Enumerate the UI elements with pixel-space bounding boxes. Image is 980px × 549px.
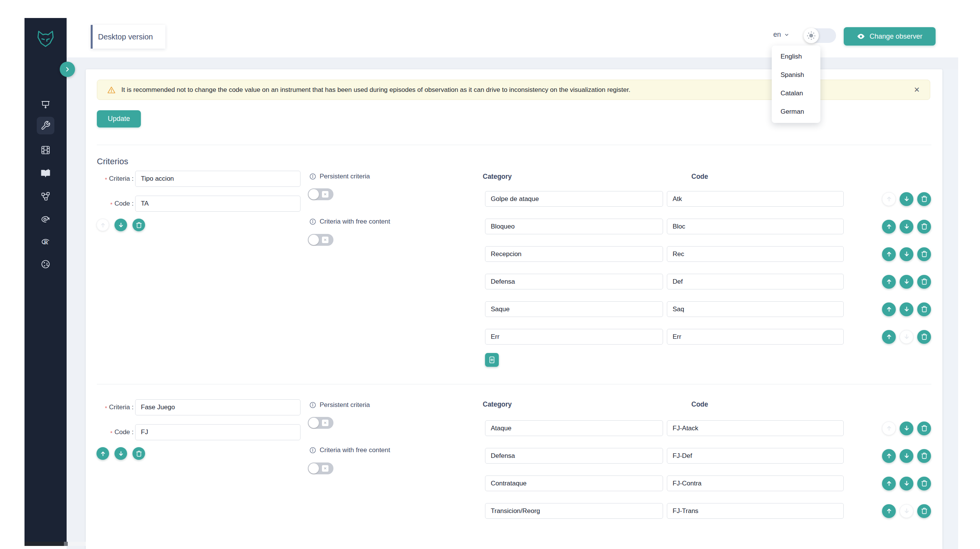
category-row <box>485 420 931 436</box>
move-up-button[interactable] <box>882 247 896 261</box>
code-input[interactable] <box>667 503 844 519</box>
move-up-button[interactable] <box>882 504 896 518</box>
move-down-button[interactable] <box>114 447 127 460</box>
sidebar-item-observation[interactable] <box>37 211 54 228</box>
move-down-button[interactable] <box>900 504 913 518</box>
sidebar-expand-button[interactable] <box>60 62 75 77</box>
delete-button[interactable] <box>917 504 931 518</box>
add-category-button[interactable] <box>485 353 499 367</box>
code-input[interactable] <box>667 448 844 464</box>
free-content-toggle[interactable]: ✕ <box>308 462 333 474</box>
move-down-button[interactable] <box>900 247 913 261</box>
move-up-button[interactable] <box>96 447 109 460</box>
delete-button[interactable] <box>917 330 931 344</box>
move-down-button[interactable] <box>900 275 913 289</box>
delete-button[interactable] <box>917 247 931 261</box>
move-up-button[interactable] <box>96 219 109 231</box>
sidebar-item-palette[interactable] <box>37 255 54 273</box>
language-menu-item[interactable]: German <box>772 103 820 121</box>
code-input[interactable] <box>667 329 844 345</box>
move-down-button[interactable] <box>114 219 127 231</box>
close-icon[interactable]: ✕ <box>914 86 920 93</box>
language-menu-item[interactable]: Catalan <box>772 84 820 103</box>
language-menu-item[interactable]: Spanish <box>772 66 820 84</box>
sidebar-item-workflow[interactable] <box>37 188 54 205</box>
category-input[interactable] <box>485 219 663 234</box>
move-down-button[interactable] <box>900 302 913 316</box>
change-observer-label: Change observer <box>869 33 922 41</box>
code-input[interactable] <box>667 274 844 289</box>
delete-button[interactable] <box>917 302 931 316</box>
delete-button[interactable] <box>917 449 931 463</box>
row-actions <box>882 275 931 289</box>
delete-button[interactable] <box>917 422 931 435</box>
arrow-down-icon <box>118 222 124 229</box>
move-up-button[interactable] <box>882 422 896 435</box>
trash-icon <box>921 306 928 313</box>
category-row <box>485 475 931 491</box>
move-up-button[interactable] <box>882 220 896 234</box>
horizontal-scrollbar-track-dark[interactable] <box>24 542 64 546</box>
delete-button[interactable] <box>917 192 931 206</box>
sidebar-item-presentation[interactable] <box>37 96 54 113</box>
criteria-input[interactable] <box>135 171 301 187</box>
trash-icon <box>921 223 928 230</box>
code-input[interactable] <box>667 301 844 317</box>
info-icon <box>309 218 316 225</box>
move-up-button[interactable] <box>882 477 896 490</box>
code-input[interactable] <box>667 191 844 207</box>
language-menu-item[interactable]: English <box>772 47 820 66</box>
move-up-button[interactable] <box>882 302 896 316</box>
code-input[interactable] <box>135 424 301 440</box>
criteria-input[interactable] <box>135 399 301 415</box>
category-input[interactable] <box>485 301 663 317</box>
delete-button[interactable] <box>132 447 145 460</box>
delete-button[interactable] <box>132 219 145 231</box>
move-up-button[interactable] <box>882 275 896 289</box>
code-input[interactable] <box>135 196 301 212</box>
delete-button[interactable] <box>917 275 931 289</box>
move-down-button[interactable] <box>900 192 913 206</box>
sidebar-item-diary[interactable] <box>37 164 54 182</box>
vertical-scrollbar-track[interactable] <box>942 69 958 549</box>
move-down-button[interactable] <box>900 220 913 234</box>
toggle-knob <box>309 189 319 199</box>
move-down-button[interactable] <box>900 422 913 435</box>
delete-button[interactable] <box>917 220 931 234</box>
update-button[interactable]: Update <box>97 110 141 127</box>
code-input[interactable] <box>667 246 844 262</box>
code-input[interactable] <box>667 219 844 234</box>
code-input[interactable] <box>667 420 844 436</box>
code-input[interactable] <box>667 475 844 491</box>
persistent-criteria-toggle[interactable]: ✕ <box>308 417 333 429</box>
move-up-button[interactable] <box>882 449 896 463</box>
move-down-button[interactable] <box>900 330 913 344</box>
category-input[interactable] <box>485 246 663 262</box>
change-observer-button[interactable]: Change observer <box>844 27 936 46</box>
move-down-button[interactable] <box>900 477 913 490</box>
category-input[interactable] <box>485 420 663 436</box>
horizontal-scrollbar-track[interactable] <box>68 542 86 546</box>
delete-button[interactable] <box>917 477 931 490</box>
move-down-button[interactable] <box>900 449 913 463</box>
category-input[interactable] <box>485 475 663 491</box>
theme-toggle[interactable] <box>804 28 836 43</box>
category-input[interactable] <box>485 191 663 207</box>
category-input[interactable] <box>485 274 663 289</box>
language-selector[interactable]: en <box>773 31 789 39</box>
category-rows <box>485 420 931 531</box>
category-input[interactable] <box>485 503 663 519</box>
horizontal-scrollbar-thumb[interactable] <box>64 542 68 546</box>
sidebar-item-r-stats[interactable]: R <box>37 233 54 250</box>
move-up-button[interactable] <box>882 330 896 344</box>
category-input[interactable] <box>485 329 663 345</box>
category-row <box>485 274 931 289</box>
move-up-button[interactable] <box>882 192 896 206</box>
free-content-toggle[interactable]: ✕ <box>308 234 333 246</box>
category-input[interactable] <box>485 448 663 464</box>
persistent-criteria-toggle[interactable]: ✕ <box>308 188 333 200</box>
sidebar-item-film[interactable] <box>37 141 54 159</box>
sidebar-item-tools[interactable] <box>37 117 54 134</box>
criteria-actions <box>96 447 145 460</box>
criterios-heading: Criterios <box>97 157 128 167</box>
